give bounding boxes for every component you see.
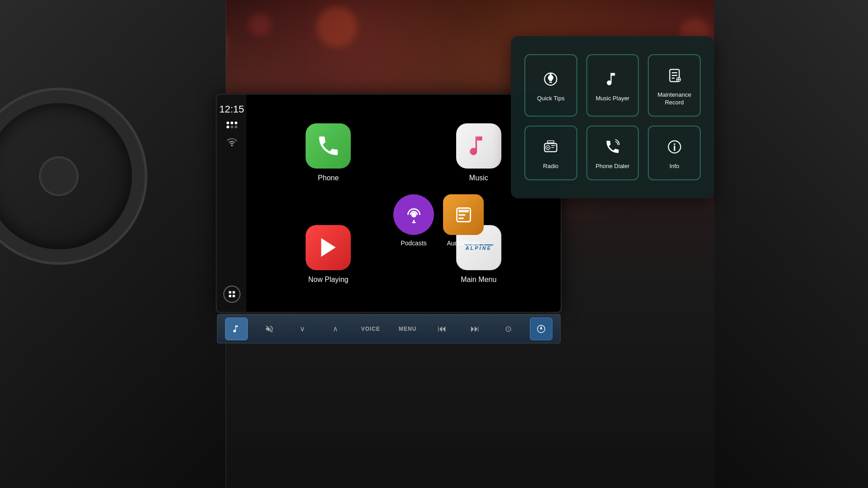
quick-tips-label: Quick Tips <box>537 95 565 103</box>
ctrl-settings[interactable]: ⊙ <box>497 318 519 340</box>
podcasts-icon <box>393 194 434 235</box>
home-button[interactable] <box>223 286 241 303</box>
radio-label: Radio <box>543 163 558 170</box>
phone-dialer-label: Phone Dialer <box>595 163 629 170</box>
ctrl-voice[interactable]: VOICE <box>357 318 384 340</box>
menu-quick-tips[interactable]: Quick Tips <box>524 54 577 117</box>
extra-apps-area: Podcasts Audiobooks <box>393 194 484 247</box>
app-now-playing[interactable]: Now Playing <box>255 206 401 303</box>
menu-info[interactable]: Info <box>648 126 701 180</box>
audiobooks-icon <box>443 194 484 235</box>
maintenance-record-icon <box>663 64 686 87</box>
app-phone[interactable]: Phone <box>255 104 401 201</box>
ctrl-up[interactable]: ∧ <box>324 318 347 340</box>
dashboard-left <box>0 0 226 488</box>
app-menu-grid: Quick Tips Music Player <box>524 54 701 180</box>
podcasts-label: Podcasts <box>401 239 427 247</box>
menu-label: MENU <box>399 326 416 332</box>
dashboard-right <box>714 0 868 488</box>
phone-label: Phone <box>318 174 339 182</box>
menu-music-player[interactable]: Music Player <box>586 54 639 117</box>
svg-point-28 <box>674 143 675 145</box>
info-icon <box>663 136 686 158</box>
svg-rect-0 <box>229 291 231 293</box>
ctrl-mute[interactable] <box>258 318 281 340</box>
svg-marker-4 <box>321 238 335 257</box>
time-display: 12:15 <box>219 104 244 115</box>
app-audiobooks[interactable]: Audiobooks <box>443 194 484 247</box>
svg-rect-25 <box>547 141 554 143</box>
music-icon-bg <box>456 123 501 169</box>
app-podcasts[interactable]: Podcasts <box>393 194 434 247</box>
svg-point-5 <box>411 212 416 217</box>
svg-rect-2 <box>229 295 231 297</box>
music-player-icon <box>601 68 624 90</box>
ctrl-down[interactable]: ∨ <box>291 318 314 340</box>
main-menu-label: Main Menu <box>461 276 496 284</box>
ctrl-music-source[interactable] <box>225 318 248 340</box>
voice-label: VOICE <box>361 326 380 332</box>
quick-tips-icon <box>539 68 562 90</box>
maintenance-record-label: Maintenance Record <box>653 91 695 107</box>
ctrl-prev[interactable]: ⏮ <box>431 318 453 340</box>
svg-marker-8 <box>540 325 543 329</box>
menu-maintenance-record[interactable]: Maintenance Record <box>648 54 701 117</box>
svg-rect-10 <box>549 82 552 83</box>
now-playing-label: Now Playing <box>308 276 349 284</box>
phone-icon-bg <box>306 123 351 169</box>
bokeh-4 <box>249 14 271 36</box>
svg-rect-1 <box>232 291 235 293</box>
svg-rect-20 <box>545 143 557 151</box>
menu-phone-dialer[interactable]: Phone Dialer <box>586 126 639 180</box>
menu-radio[interactable]: Radio <box>524 126 577 180</box>
svg-point-11 <box>550 74 552 76</box>
screen-sidebar: 12:15 <box>217 95 246 312</box>
control-bar: ∨ ∧ VOICE MENU ⏮ ⏭ ⊙ <box>217 314 561 343</box>
phone-dialer-icon <box>601 136 624 158</box>
info-label: Info <box>670 163 679 170</box>
ctrl-next[interactable]: ⏭ <box>464 318 486 340</box>
radio-icon <box>539 136 562 158</box>
steering-wheel <box>0 90 145 262</box>
bokeh-5 <box>316 7 357 47</box>
music-label: Music <box>469 174 488 182</box>
music-player-label: Music Player <box>596 95 629 103</box>
ctrl-nav[interactable] <box>530 318 552 340</box>
ctrl-menu[interactable]: MENU <box>395 318 420 340</box>
svg-point-22 <box>547 147 549 148</box>
now-playing-icon-bg <box>306 225 351 270</box>
signal-dots <box>226 122 237 128</box>
svg-rect-3 <box>232 295 235 297</box>
audiobooks-label: Audiobooks <box>447 239 480 247</box>
infotainment-screen: 12:15 <box>217 95 561 312</box>
app-menu-overlay: Quick Tips Music Player <box>511 36 714 198</box>
wifi-icon <box>226 137 237 149</box>
